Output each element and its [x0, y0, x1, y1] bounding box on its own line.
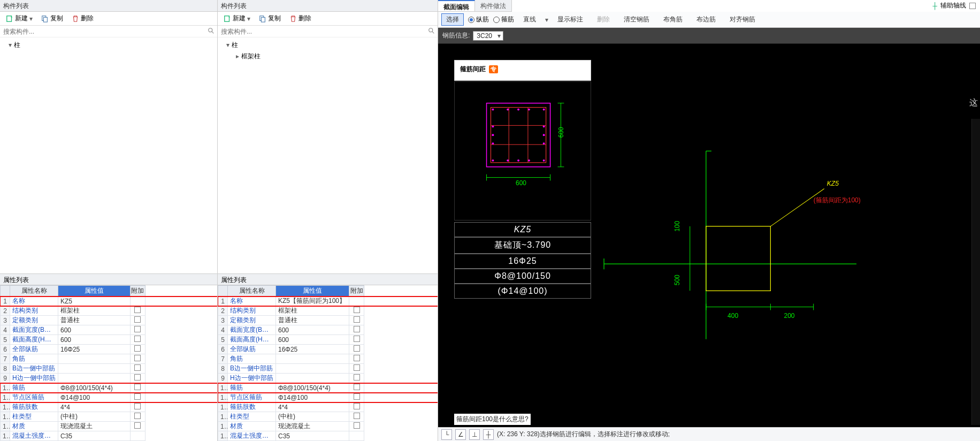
prop-extra-checkbox[interactable]	[130, 316, 145, 325]
prop-extra-checkbox[interactable]	[349, 335, 364, 345]
prop-extra-checkbox[interactable]	[349, 431, 364, 441]
table-row[interactable]: 1名称KZ5	[1, 296, 217, 306]
copy-button[interactable]: 复制	[37, 12, 67, 25]
prop-extra-checkbox[interactable]	[349, 412, 364, 422]
prop-value[interactable]: 现浇混凝土	[276, 422, 349, 431]
snap-perp-icon[interactable]: ⊥	[469, 429, 480, 440]
prop-name[interactable]: 名称	[228, 296, 276, 306]
prop-value[interactable]	[276, 374, 349, 383]
col-extra[interactable]: 附加	[349, 286, 364, 296]
clear-rebar[interactable]: 清空钢筋	[619, 13, 654, 26]
col-name[interactable]: 属性名称	[228, 286, 276, 296]
table-row[interactable]: 11节点区箍筋Φ14@100	[218, 393, 438, 402]
table-row[interactable]: 12箍筋肢数4*4	[1, 402, 217, 412]
prop-extra-checkbox[interactable]	[130, 383, 145, 393]
radio-longitudinal[interactable]: 纵筋	[468, 15, 489, 24]
prop-name[interactable]: 材质	[228, 422, 276, 431]
prop-name[interactable]: 箍筋肢数	[10, 402, 58, 412]
prop-value[interactable]: KZ5【箍筋间距为100】	[276, 296, 349, 306]
search-input[interactable]	[0, 26, 217, 37]
prop-name[interactable]: 截面高度(H边)(...	[228, 335, 276, 345]
prop-value[interactable]: C35	[58, 431, 131, 441]
table-row[interactable]: 4截面宽度(B边)(...600	[218, 325, 438, 335]
canvas-scrollbar[interactable]	[971, 119, 980, 425]
prop-value[interactable]: Φ8@100/150(4*4)	[276, 383, 349, 393]
prop-name[interactable]: 节点区箍筋	[228, 393, 276, 402]
prop-extra-checkbox[interactable]	[130, 296, 145, 306]
table-row[interactable]: 6全部纵筋16Φ25	[218, 345, 438, 354]
prop-value[interactable]: 600	[58, 325, 131, 335]
prop-value[interactable]	[276, 364, 349, 374]
prop-name[interactable]: 角筋	[228, 354, 276, 364]
prop-name[interactable]: 柱类型	[10, 412, 58, 422]
table-row[interactable]: 15混凝土强度等级C35	[218, 431, 438, 441]
prop-name[interactable]: 结构类别	[10, 306, 58, 316]
prop-value[interactable]: 4*4	[276, 402, 349, 412]
prop-value[interactable]	[58, 374, 131, 383]
select-tool[interactable]: 选择	[441, 13, 464, 26]
table-row[interactable]: 10箍筋Φ8@100/150(4*4)	[218, 383, 438, 393]
prop-value[interactable]: 600	[58, 335, 131, 345]
search-icon[interactable]	[208, 27, 215, 35]
prop-extra-checkbox[interactable]	[130, 306, 145, 316]
table-row[interactable]: 9H边一侧中部筋	[218, 374, 438, 383]
prop-extra-checkbox[interactable]	[349, 354, 364, 364]
tree-frame-column[interactable]: 框架柱	[218, 51, 438, 62]
tree-zone-mid[interactable]: 柱 框架柱	[218, 37, 438, 273]
prop-name[interactable]: B边一侧中部筋	[228, 364, 276, 374]
prop-extra-checkbox[interactable]	[349, 402, 364, 412]
prop-name[interactable]: 全部纵筋	[228, 345, 276, 354]
prop-extra-checkbox[interactable]	[130, 364, 145, 374]
prop-table-a[interactable]: 属性名称 属性值 附加 1名称KZ52结构类别框架柱3定额类别普通柱4截面宽度(…	[0, 285, 217, 441]
prop-value[interactable]: C35	[276, 431, 349, 441]
prop-value[interactable]: 4*4	[58, 402, 131, 412]
prop-name[interactable]: 截面宽度(B边)(...	[228, 325, 276, 335]
table-row[interactable]: 2结构类别框架柱	[218, 306, 438, 316]
prop-name[interactable]: 箍筋肢数	[228, 402, 276, 412]
prop-value[interactable]	[58, 354, 131, 364]
prop-name[interactable]: 混凝土强度等级	[228, 431, 276, 441]
prop-name[interactable]: 箍筋	[10, 383, 58, 393]
prop-value[interactable]: (中柱)	[58, 412, 131, 422]
prop-name[interactable]: 名称	[10, 296, 58, 306]
prop-extra-checkbox[interactable]	[130, 374, 145, 383]
prop-value[interactable]: 现浇混凝土	[58, 422, 131, 431]
prop-extra-checkbox[interactable]	[349, 393, 364, 402]
prop-name[interactable]: 箍筋	[228, 383, 276, 393]
prop-extra-checkbox[interactable]	[349, 364, 364, 374]
table-row[interactable]: 15混凝土强度等级C35	[1, 431, 217, 441]
prop-table-b[interactable]: 属性名称 属性值 附加 1名称KZ5【箍筋间距为100】2结构类别框架柱3定额类…	[218, 285, 438, 441]
prop-extra-checkbox[interactable]	[349, 383, 364, 393]
prop-value[interactable]: 600	[276, 325, 349, 335]
col-value[interactable]: 属性值	[58, 286, 131, 296]
prop-name[interactable]: 混凝土强度等级	[10, 431, 58, 441]
table-row[interactable]: 8B边一侧中部筋	[218, 364, 438, 374]
prop-name[interactable]: 定额类别	[228, 316, 276, 325]
prop-name[interactable]: 角筋	[10, 354, 58, 364]
table-row[interactable]: 7角筋	[218, 354, 438, 364]
canvas-body[interactable]: 箍筋间距专 600	[438, 44, 980, 441]
table-row[interactable]: 14材质现浇混凝土	[1, 422, 217, 431]
prop-name[interactable]: 结构类别	[228, 306, 276, 316]
table-row[interactable]: 1名称KZ5【箍筋间距为100】	[218, 296, 438, 306]
prop-extra-checkbox[interactable]	[130, 412, 145, 422]
table-row[interactable]: 7角筋	[1, 354, 217, 364]
line-tool[interactable]: 直线	[518, 13, 541, 26]
snap-angle-icon[interactable]: ∠	[455, 429, 466, 440]
prop-extra-checkbox[interactable]	[130, 335, 145, 345]
prop-extra-checkbox[interactable]	[130, 402, 145, 412]
prop-extra-checkbox[interactable]	[349, 422, 364, 431]
copy-button[interactable]: 复制	[255, 12, 285, 25]
prop-name[interactable]: 柱类型	[228, 412, 276, 422]
delete-button[interactable]: 删除	[286, 12, 315, 25]
prop-value[interactable]: 16Φ25	[276, 345, 349, 354]
delete-rebar[interactable]: 删除	[592, 13, 615, 26]
prop-extra-checkbox[interactable]	[349, 296, 364, 306]
prop-value[interactable]: Φ14@100	[276, 393, 349, 402]
tab-method[interactable]: 构件做法	[475, 0, 512, 11]
prop-value[interactable]: KZ5	[58, 296, 131, 306]
table-row[interactable]: 13柱类型(中柱)	[1, 412, 217, 422]
col-value[interactable]: 属性值	[276, 286, 349, 296]
prop-name[interactable]: 全部纵筋	[10, 345, 58, 354]
prop-extra-checkbox[interactable]	[130, 422, 145, 431]
